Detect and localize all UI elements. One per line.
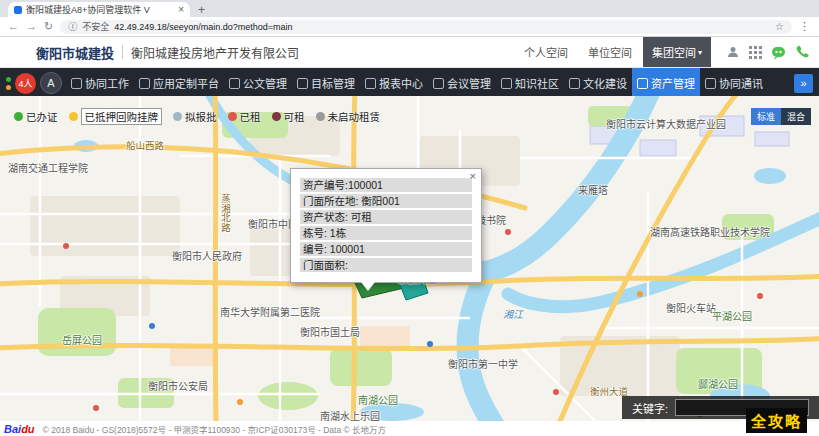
nav-item-label: 会议管理 xyxy=(447,75,491,91)
online-count-badge[interactable]: 4人 xyxy=(15,73,36,94)
nav-item-icon xyxy=(433,78,444,89)
nav-item-label: 应用定制平台 xyxy=(153,75,219,91)
map-label: 衡阳市云计算大数据产业园 xyxy=(606,116,726,131)
map-label: 衡阳市第一中学 xyxy=(448,356,518,371)
nav-item[interactable]: 报表中心 xyxy=(360,68,428,98)
browser-tab-strip: 衡阳城建投A8+协同管理软件 V × + xyxy=(0,0,819,17)
popup-row: 门面面积: xyxy=(300,258,472,272)
nav-item[interactable]: 资产管理 xyxy=(632,68,700,98)
legend-label: 拟报批 xyxy=(185,109,217,124)
popup-close-icon[interactable]: × xyxy=(470,171,476,182)
legend-label: 已租 xyxy=(240,109,261,124)
apps-grid-icon[interactable] xyxy=(748,45,763,60)
map-legend: 已办证 已抵押回购挂牌 拟报批 已租 可租 未启动租赁 xyxy=(14,108,380,125)
legend-dot xyxy=(14,112,23,121)
space-tab-label: 单位空间 xyxy=(588,44,632,60)
nav-item-label: 文化建设 xyxy=(583,75,627,91)
company-name: 衡阳城建投房地产开发有限公司 xyxy=(131,44,299,61)
asset-info-popup: × 资产编号:100001门面所在地: 衡阳001资产状态: 可租栋号: 1栋编… xyxy=(290,168,482,283)
legend-item[interactable]: 已办证 xyxy=(14,109,58,124)
info-icon[interactable]: ⓘ xyxy=(68,20,77,33)
company-logo xyxy=(10,43,28,61)
nav-item[interactable]: 文化建设 xyxy=(564,68,632,98)
tab-close-icon[interactable]: × xyxy=(178,5,184,15)
map-label: 岳屏公园 xyxy=(62,332,102,347)
map-label: 衡阳市国土局 xyxy=(300,324,360,339)
presence-dot-orange xyxy=(6,85,11,90)
new-tab-button[interactable]: + xyxy=(198,3,205,17)
legend-label: 可租 xyxy=(284,109,305,124)
nav-item[interactable]: 应用定制平台 xyxy=(134,68,224,98)
space-tab-label: 个人空间 xyxy=(524,44,568,60)
nav-item-label: 协同工作 xyxy=(85,75,129,91)
popup-row: 资产状态: 可租 xyxy=(300,210,472,224)
nav-item-icon xyxy=(71,78,82,89)
map-label: 衡阳市公安局 xyxy=(148,378,208,393)
refresh-icon[interactable]: ↻ xyxy=(44,21,53,32)
browser-tab[interactable]: 衡阳城建投A8+协同管理软件 V × xyxy=(8,2,190,17)
legend-dot xyxy=(228,112,237,121)
browser-menu-icon[interactable]: ⋮ xyxy=(799,20,811,33)
nav-item-label: 公文管理 xyxy=(243,75,287,91)
map-label: 来雁塔 xyxy=(578,182,608,197)
presence-dot-green xyxy=(6,77,11,82)
legend-item[interactable]: 可租 xyxy=(272,109,305,124)
legend-item[interactable]: 拟报批 xyxy=(173,109,217,124)
map-label: 湖南交通工程学院 xyxy=(8,160,88,175)
url-text[interactable]: 42.49.249.18/seeyon/main.do?method=main xyxy=(114,22,770,32)
nav-item[interactable]: 目标管理 xyxy=(292,68,360,98)
baidu-logo[interactable]: Baidu xyxy=(4,423,35,435)
map-label: 船山西路 xyxy=(126,138,164,152)
space-tab[interactable]: 单位空间 xyxy=(579,37,643,67)
legend-item[interactable]: 已租 xyxy=(228,109,261,124)
map-label: 湖南高速铁路职业技术学院 xyxy=(650,224,770,239)
nav-item-label: 资产管理 xyxy=(651,75,695,91)
map-type-button[interactable]: 混合 xyxy=(781,108,811,125)
phone-icon[interactable] xyxy=(794,45,809,60)
browser-address-bar: ← → ↻ ⓘ 不安全 42.49.249.18/seeyon/main.do?… xyxy=(0,17,819,37)
map-type-switcher: 标准混合 xyxy=(751,108,811,125)
map-label: 衡阳市人民政府 xyxy=(172,248,242,263)
app-header: 衡阳市城建投 衡阳城建投房地产开发有限公司 个人空间 单位空间 集团空间 ▾ xyxy=(0,37,819,68)
back-icon[interactable]: ← xyxy=(8,21,19,32)
url-field[interactable]: ⓘ 不安全 42.49.249.18/seeyon/main.do?method… xyxy=(60,20,792,34)
popup-row: 门面所在地: 衡阳001 xyxy=(300,194,472,208)
legend-dot xyxy=(316,112,325,121)
map-canvas[interactable]: 船山西路湖南交通工程学院蒸水蒸湘北路衡阳市中医医院衡阳市人民政府石鼓书院来雁塔衡… xyxy=(0,96,819,421)
nav-item[interactable]: 协同通讯 xyxy=(700,68,768,98)
nav-item[interactable]: 会议管理 xyxy=(428,68,496,98)
map-copyright: © 2018 Baidu - GS(2018)5572号 - 甲测资字11009… xyxy=(43,423,387,435)
nav-item-label: 目标管理 xyxy=(311,75,355,91)
header-icons xyxy=(725,45,809,60)
map-label: 南湖公园 xyxy=(358,392,398,407)
nav-item-icon xyxy=(139,78,150,89)
space-tab[interactable]: 集团空间 ▾ xyxy=(643,37,711,67)
map-label: 酃湖公园 xyxy=(698,376,738,391)
avatar[interactable]: A xyxy=(40,72,62,94)
map-label: 平湖公园 xyxy=(712,308,752,323)
nav-item[interactable]: 公文管理 xyxy=(224,68,292,98)
space-tabs: 个人空间 单位空间 集团空间 ▾ xyxy=(515,37,711,67)
nav-overflow-button[interactable]: » xyxy=(794,74,813,93)
keyword-label: 关键字: xyxy=(632,400,668,416)
popup-row: 资产编号:100001 xyxy=(300,178,472,192)
legend-label: 未启动租赁 xyxy=(328,109,381,124)
divider xyxy=(122,45,123,59)
contacts-icon[interactable] xyxy=(725,45,740,60)
nav-item[interactable]: 协同工作 xyxy=(66,68,134,98)
popup-row: 编号: 100001 xyxy=(300,242,472,256)
legend-item[interactable]: 已抵押回购挂牌 xyxy=(69,108,163,125)
map-label: 南华大学附属第二医院 xyxy=(220,304,320,319)
wechat-icon[interactable] xyxy=(771,45,786,60)
map-type-button[interactable]: 标准 xyxy=(751,108,781,125)
bookmark-star-icon[interactable]: ☆ xyxy=(775,21,784,32)
security-label: 不安全 xyxy=(82,20,109,33)
legend-item[interactable]: 未启动租赁 xyxy=(316,109,381,124)
map-label: 蒸湘北路 xyxy=(218,194,232,232)
nav-item-icon xyxy=(229,78,240,89)
space-tab[interactable]: 个人空间 xyxy=(515,37,579,67)
forward-icon[interactable]: → xyxy=(26,21,37,32)
nav-item[interactable]: 知识社区 xyxy=(496,68,564,98)
nav-item-label: 知识社区 xyxy=(515,75,559,91)
map-label: 南湖水上乐园 xyxy=(320,408,380,421)
